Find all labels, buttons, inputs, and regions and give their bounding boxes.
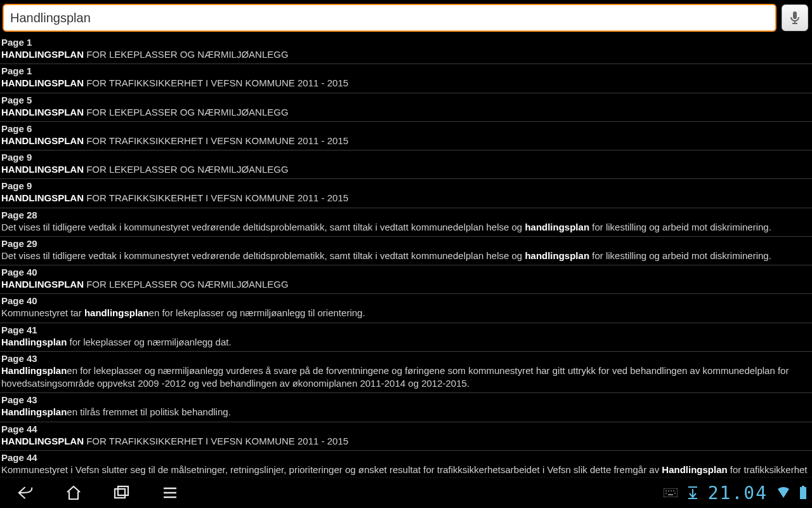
search-result-item[interactable]: Page 1HANDLINGSPLAN FOR LEKEPLASSER OG N… [0,36,812,64]
svg-point-10 [668,490,669,491]
search-result-item[interactable]: Page 43Handlingsplanen for lekeplasser o… [0,352,812,394]
result-page-label: Page 1 [1,37,811,48]
svg-point-13 [665,493,667,494]
search-result-item[interactable]: Page 5HANDLINGSPLAN FOR LEKEPLASSER OG N… [0,93,812,122]
result-snippet: Handlingsplanen for lekeplasser og nærmi… [1,364,811,391]
result-snippet: HANDLINGSPLAN FOR LEKEPLASSER OG NÆRMILJ… [1,278,811,291]
status-clock[interactable]: 21.04 [708,483,768,504]
svg-rect-15 [668,494,673,495]
search-result-item[interactable]: Page 40HANDLINGSPLAN FOR LEKEPLASSER OG … [0,265,812,294]
result-page-label: Page 9 [1,152,811,163]
result-page-label: Page 29 [1,238,811,249]
result-snippet: HANDLINGSPLAN FOR TRAFIKKSIKKERHET I VEF… [1,435,811,448]
result-snippet: HANDLINGSPLAN FOR TRAFIKKSIKKERHET I VEF… [1,77,811,90]
result-page-label: Page 28 [1,210,811,220]
search-results-list[interactable]: Page 1HANDLINGSPLAN FOR LEKEPLASSER OG N… [0,36,812,479]
result-snippet: Det vises til tidligere vedtak i kommune… [1,250,811,262]
recent-apps-button[interactable] [113,484,131,502]
result-snippet: HANDLINGSPLAN FOR LEKEPLASSER OG NÆRMILJ… [1,48,811,61]
menu-button[interactable] [161,484,179,502]
svg-point-9 [665,490,667,491]
result-snippet: Det vises til tidligere vedtak i kommune… [1,221,811,234]
keyboard-icon[interactable] [664,488,678,497]
search-result-item[interactable]: Page 28Det vises til tidligere vedtak i … [0,208,812,237]
microphone-button[interactable] [782,4,808,31]
back-button[interactable] [16,484,34,502]
result-page-label: Page 43 [1,394,811,405]
search-result-item[interactable]: Page 29Det vises til tidligere vedtak i … [0,237,812,265]
svg-rect-8 [664,488,678,497]
svg-point-12 [673,490,674,491]
search-result-item[interactable]: Page 9HANDLINGSPLAN FOR TRAFIKKSIKKERHET… [0,179,812,208]
svg-rect-3 [115,489,125,498]
result-page-label: Page 44 [1,424,811,434]
search-result-item[interactable]: Page 1HANDLINGSPLAN FOR TRAFIKKSIKKERHET… [0,64,812,93]
result-snippet: HANDLINGSPLAN FOR TRAFIKKSIKKERHET I VEF… [1,135,811,147]
svg-point-14 [674,493,676,494]
svg-point-11 [671,490,672,491]
result-page-label: Page 41 [1,324,811,335]
battery-icon[interactable] [799,486,807,500]
search-result-item[interactable]: Page 6HANDLINGSPLAN FOR TRAFIKKSIKKERHET… [0,122,812,150]
microphone-icon [789,11,801,25]
search-result-item[interactable]: Page 44HANDLINGSPLAN FOR TRAFIKKSIKKERHE… [0,422,812,451]
result-snippet: HANDLINGSPLAN FOR TRAFIKKSIKKERHET I VEF… [1,192,811,204]
result-snippet: HANDLINGSPLAN FOR LEKEPLASSER OG NÆRMILJ… [1,163,811,176]
svg-rect-20 [800,487,806,499]
result-snippet: HANDLINGSPLAN FOR LEKEPLASSER OG NÆRMILJ… [1,106,811,119]
search-result-item[interactable]: Page 44Kommunestyret i Vefsn slutter seg… [0,451,812,479]
search-result-item[interactable]: Page 9HANDLINGSPLAN FOR LEKEPLASSER OG N… [0,150,812,179]
download-icon[interactable] [686,486,699,500]
result-page-label: Page 5 [1,95,811,105]
result-page-label: Page 40 [1,295,811,306]
svg-rect-4 [118,486,128,495]
result-page-label: Page 43 [1,353,811,364]
svg-rect-0 [793,11,797,19]
result-page-label: Page 6 [1,123,811,134]
search-result-item[interactable]: Page 40Kommunestyret tar handlingsplanen… [0,294,812,323]
result-page-label: Page 40 [1,267,811,277]
search-bar [0,0,812,36]
home-button[interactable] [65,484,82,502]
result-page-label: Page 44 [1,452,811,463]
wifi-icon[interactable] [776,486,790,499]
system-navigation-bar: 21.04 [0,477,812,508]
search-result-item[interactable]: Page 43Handlingsplanen tilrås fremmet ti… [0,393,812,422]
result-page-label: Page 9 [1,180,811,191]
result-snippet: Kommunestyret tar handlingsplanen for le… [1,307,811,319]
svg-rect-19 [802,486,804,487]
result-snippet: Handlingsplanen tilrås fremmet til polit… [1,406,811,418]
search-result-item[interactable]: Page 41Handlingsplan for lekeplasser og … [0,323,812,352]
result-snippet: Handlingsplan for lekeplasser og nærmilj… [1,336,811,349]
search-input[interactable] [3,4,776,32]
result-page-label: Page 1 [1,65,811,76]
